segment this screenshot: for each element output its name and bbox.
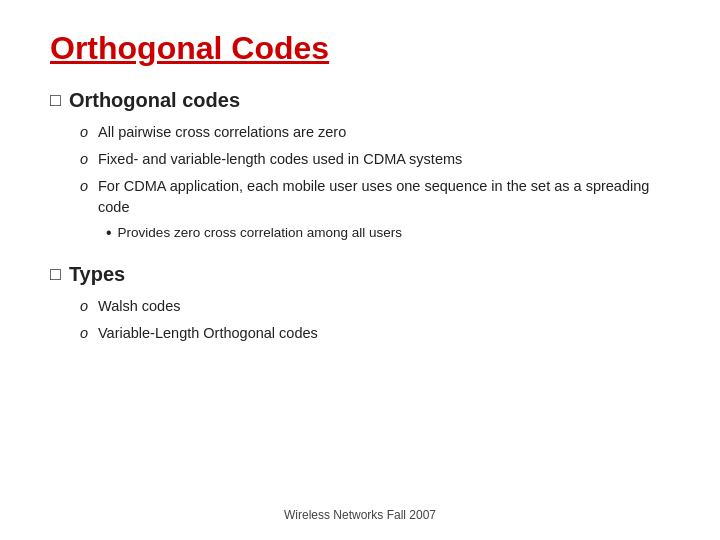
- o-marker-3: o: [80, 176, 92, 197]
- sub-list-item-1: • Provides zero cross correlation among …: [106, 224, 670, 243]
- slide-title: Orthogonal Codes: [50, 30, 670, 67]
- slide: Orthogonal Codes □ Orthogonal codes o Al…: [0, 0, 720, 540]
- list-item-2: o Fixed- and variable-length codes used …: [80, 149, 670, 170]
- q-icon-2: □: [50, 264, 61, 285]
- sub-bullet-list: • Provides zero cross correlation among …: [106, 224, 670, 243]
- o-marker-4: o: [80, 296, 92, 317]
- types-list-item-1-text: Walsh codes: [98, 296, 180, 317]
- section-heading-1: □ Orthogonal codes: [50, 89, 670, 112]
- list-item-1: o All pairwise cross correlations are ze…: [80, 122, 670, 143]
- o-marker-5: o: [80, 323, 92, 344]
- section-heading-2-label: Types: [69, 263, 125, 286]
- list-item-3: o For CDMA application, each mobile user…: [80, 176, 670, 218]
- q-icon-1: □: [50, 90, 61, 111]
- section-orthogonal-codes: □ Orthogonal codes o All pairwise cross …: [50, 89, 670, 243]
- o-marker-2: o: [80, 149, 92, 170]
- list-item-1-text: All pairwise cross correlations are zero: [98, 122, 346, 143]
- dot-marker-1: •: [106, 224, 112, 242]
- o-marker-1: o: [80, 122, 92, 143]
- list-item-3-text: For CDMA application, each mobile user u…: [98, 176, 670, 218]
- types-list-item-2: o Variable-Length Orthogonal codes: [80, 323, 670, 344]
- types-list-item-2-text: Variable-Length Orthogonal codes: [98, 323, 318, 344]
- types-list: o Walsh codes o Variable-Length Orthogon…: [80, 296, 670, 344]
- section-heading-1-label: Orthogonal codes: [69, 89, 240, 112]
- orthogonal-codes-list: o All pairwise cross correlations are ze…: [80, 122, 670, 218]
- sub-list-item-1-text: Provides zero cross correlation among al…: [118, 224, 402, 243]
- slide-footer: Wireless Networks Fall 2007: [0, 508, 720, 522]
- section-types: □ Types o Walsh codes o Variable-Length …: [50, 263, 670, 344]
- list-item-2-text: Fixed- and variable-length codes used in…: [98, 149, 462, 170]
- types-list-item-1: o Walsh codes: [80, 296, 670, 317]
- section-heading-2: □ Types: [50, 263, 670, 286]
